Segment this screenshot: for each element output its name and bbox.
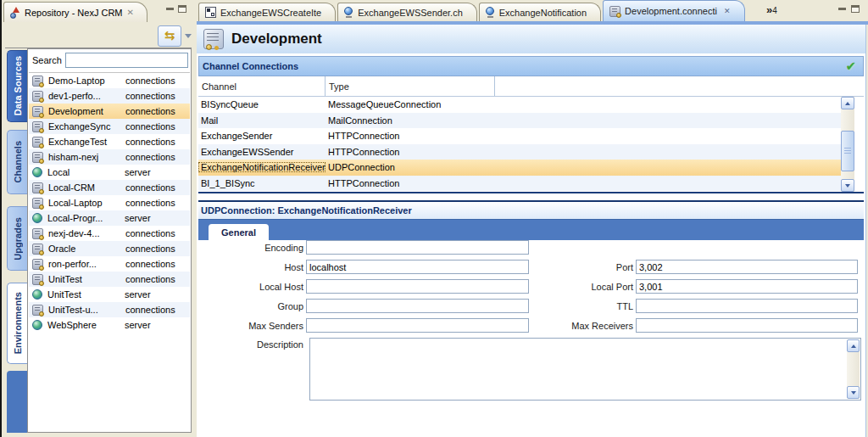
editor-tab[interactable]: ExchangeEWSSender.ch: [337, 3, 477, 21]
environment-item[interactable]: UnitTest server: [29, 287, 190, 302]
detail-tab-bar: General: [198, 220, 864, 240]
editor-header: Development: [197, 25, 865, 53]
scroll-up-button[interactable]: [841, 97, 854, 109]
navigator-tab-label: Data Sources: [13, 56, 23, 115]
field-label: Port: [542, 262, 633, 272]
type-cell: MailConnection: [326, 115, 495, 126]
hidden-tabs-chevron[interactable]: »4: [766, 3, 777, 16]
max-senders-field[interactable]: [306, 318, 529, 333]
description-scrollbar[interactable]: [847, 339, 860, 399]
channel-cell: ExchangeNotificationReceiver: [198, 162, 326, 172]
scroll-down-button[interactable]: [841, 179, 854, 192]
environments-list: Demo-Laptop connections dev1-perfo... co…: [29, 72, 190, 431]
environment-name: Local-CRM: [48, 182, 120, 193]
environment-item[interactable]: Oracle connections: [29, 241, 190, 256]
editor-tab[interactable]: ExchangeEWSCreateIte: [198, 3, 336, 21]
field-label: Host: [200, 262, 303, 272]
metadata-icon: [205, 7, 216, 18]
table-scrollbar[interactable]: [841, 97, 854, 192]
environment-item[interactable]: Local server: [29, 165, 190, 180]
scroll-up-button[interactable]: [847, 339, 860, 352]
navigator-tab[interactable]: Upgrades: [7, 206, 27, 271]
scrollbar-thumb[interactable]: [841, 131, 854, 171]
encoding-field[interactable]: [306, 240, 529, 255]
environment-item[interactable]: Demo-Laptop connections: [29, 73, 190, 88]
ttl-field[interactable]: [636, 299, 858, 313]
database-connections-icon: [32, 121, 43, 132]
host-field[interactable]: [306, 260, 529, 274]
environment-type: connections: [125, 106, 190, 116]
form-right-column: Port Local Port TTL Max Receivers: [542, 260, 861, 338]
link-with-editor-button[interactable]: ⇆: [158, 25, 181, 47]
channel-table-row[interactable]: ExchangeSender HTTPConnection: [198, 128, 841, 144]
environment-name: hisham-nexj: [48, 152, 120, 162]
environment-name: WebSphere: [47, 320, 120, 330]
environment-type: connections: [125, 182, 190, 193]
navigator-tab[interactable]: Environments: [7, 283, 27, 364]
channel-table-row[interactable]: BISyncQueue MessageQueueConnection: [198, 97, 841, 113]
view-menu-icon[interactable]: [185, 34, 192, 38]
editor-tab[interactable]: Development.connecti ✕: [603, 0, 744, 21]
environment-item[interactable]: ExchangeSync connections: [29, 119, 190, 134]
environments-list-panel: Search Demo-Laptop connections dev1-perf…: [27, 48, 192, 433]
channel-table-row[interactable]: BI_1_BISync HTTPConnection: [198, 176, 841, 192]
scroll-down-button[interactable]: [847, 386, 860, 399]
environment-item[interactable]: nexj-dev-4... connections: [29, 226, 190, 241]
environment-item[interactable]: UnitTest-u... connections: [29, 302, 190, 317]
channel-cell: Mail: [198, 115, 326, 126]
type-cell: HTTPConnection: [326, 147, 495, 157]
environment-name: Development: [48, 106, 120, 116]
environment-name: dev1-perfo...: [48, 91, 120, 101]
local-host-field[interactable]: [306, 279, 529, 294]
environment-item[interactable]: UnitTest connections: [29, 272, 190, 287]
max-receivers-field[interactable]: [636, 318, 858, 333]
group-field[interactable]: [306, 299, 529, 313]
editor-tab-bar: ExchangeEWSCreateIte ExchangeEWSSender.c…: [198, 0, 745, 21]
view-close-icon[interactable]: ✕: [127, 8, 134, 17]
description-field[interactable]: [309, 338, 861, 401]
channel-table-row[interactable]: Mail MailConnection: [198, 113, 841, 129]
channel-table-row[interactable]: ExchangeNotificationReceiver UDPConnecti…: [198, 160, 841, 176]
database-connections-icon: [32, 137, 43, 148]
minimize-editor-icon[interactable]: [838, 8, 846, 10]
navigator-tab[interactable]: Data Sources: [7, 50, 27, 122]
editor-title: Development: [231, 31, 322, 48]
environment-item[interactable]: Local-CRM connections: [29, 180, 190, 195]
minimize-view-icon[interactable]: [166, 8, 174, 10]
editor-tab[interactable]: ExchangeNotification: [479, 3, 601, 21]
environment-name: Local-Progr...: [47, 213, 120, 223]
environment-type: connections: [125, 274, 190, 284]
repository-view-tab[interactable]: Repository - NexJ CRM ✕: [3, 2, 147, 22]
environment-name: Local: [47, 167, 120, 177]
field-label: Group: [200, 301, 303, 311]
navigator-tab-label: Upgrades: [13, 217, 23, 261]
column-header-type[interactable]: Type: [326, 76, 495, 96]
environment-item[interactable]: hisham-nexj connections: [29, 149, 190, 165]
database-connections-icon: [32, 244, 43, 255]
maximize-editor-icon[interactable]: [851, 5, 860, 13]
environment-item[interactable]: Development connections: [29, 104, 190, 119]
local-port-field[interactable]: [636, 279, 858, 294]
environment-item[interactable]: ExchangeTest connections: [29, 134, 190, 149]
environment-item[interactable]: Local-Laptop connections: [29, 195, 190, 210]
search-input[interactable]: [65, 53, 188, 68]
navigator-tab[interactable]: Channels: [7, 130, 27, 194]
environment-type: connections: [125, 121, 190, 132]
column-header-channel[interactable]: Channel: [198, 76, 326, 96]
environment-type: connections: [125, 244, 190, 254]
environment-type: server: [125, 213, 190, 223]
tab-close-icon[interactable]: ✕: [724, 7, 731, 15]
environment-item[interactable]: Local-Progr... server: [29, 210, 190, 226]
type-cell: HTTPConnection: [326, 131, 495, 141]
environment-item[interactable]: ron-perfor... connections: [29, 256, 190, 272]
port-field[interactable]: [636, 260, 858, 274]
maximize-view-icon[interactable]: [178, 5, 186, 13]
validation-check-icon: ✔: [845, 59, 856, 74]
environment-name: Local-Laptop: [48, 198, 120, 208]
environment-item[interactable]: WebSphere server: [29, 317, 190, 333]
section-title: Channel Connections: [199, 61, 298, 71]
environment-item[interactable]: dev1-perfo... connections: [29, 88, 190, 104]
channel-table-row[interactable]: ExchangeEWSSender HTTPConnection: [198, 144, 841, 160]
tab-general[interactable]: General: [209, 224, 269, 240]
field-label: TTL: [542, 301, 633, 311]
